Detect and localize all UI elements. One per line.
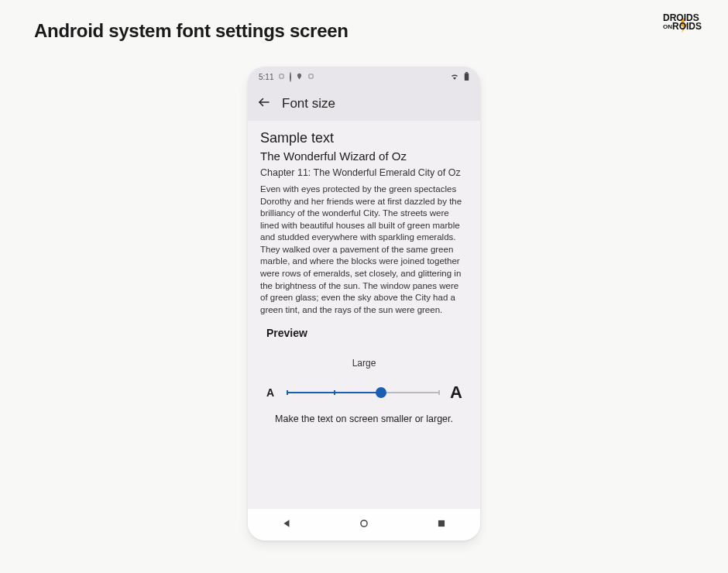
android-nav-bar	[248, 508, 480, 540]
brand-text-on: ON	[663, 23, 672, 30]
svg-rect-8	[438, 520, 445, 526]
font-size-control: Large A A Make the text on screen smalle…	[260, 358, 468, 424]
page-title: Android system font settings screen	[34, 20, 349, 42]
status-bar: 5:11	[248, 67, 480, 87]
sample-body-text: Even with eyes protected by the green sp…	[260, 184, 468, 316]
sample-chapter: Chapter 11: The Wonderful Emerald City o…	[260, 167, 468, 180]
brand-logo: DROIDS ONROIDS	[663, 14, 702, 32]
appbar-title: Font size	[282, 96, 335, 112]
brand-text-line2: ROIDS	[672, 21, 702, 32]
slider-thumb[interactable]	[376, 387, 386, 398]
small-a-icon: A	[263, 386, 277, 399]
settings-content: Sample text The Wonderful Wizard of Oz C…	[248, 121, 480, 508]
alarm-icon	[278, 73, 285, 81]
card-icon	[307, 73, 314, 81]
sample-book-title: The Wonderful Wizard of Oz	[260, 149, 468, 164]
svg-rect-4	[465, 72, 468, 73]
back-button[interactable]	[257, 95, 271, 112]
slider-description: Make the text on screen smaller or large…	[260, 413, 468, 424]
phone-frame: 5:11 Font size Sample te	[248, 67, 480, 540]
status-time: 5:11	[259, 73, 273, 81]
nav-back-button[interactable]	[281, 518, 292, 532]
font-size-slider[interactable]	[287, 385, 438, 400]
svg-rect-1	[280, 74, 283, 77]
svg-rect-2	[309, 74, 313, 77]
battery-icon	[464, 72, 469, 82]
sample-heading: Sample text	[260, 130, 468, 146]
info-icon	[290, 73, 291, 81]
current-size-label: Large	[260, 358, 468, 369]
svg-rect-3	[465, 73, 469, 81]
wifi-icon	[450, 72, 459, 81]
large-a-icon: A	[448, 383, 465, 403]
location-icon	[296, 73, 303, 81]
app-bar: Font size	[248, 87, 480, 121]
nav-recent-button[interactable]	[436, 518, 447, 532]
nav-home-button[interactable]	[359, 518, 369, 532]
preview-label: Preview	[266, 327, 468, 339]
svg-marker-6	[284, 520, 290, 527]
svg-point-7	[361, 520, 367, 526]
